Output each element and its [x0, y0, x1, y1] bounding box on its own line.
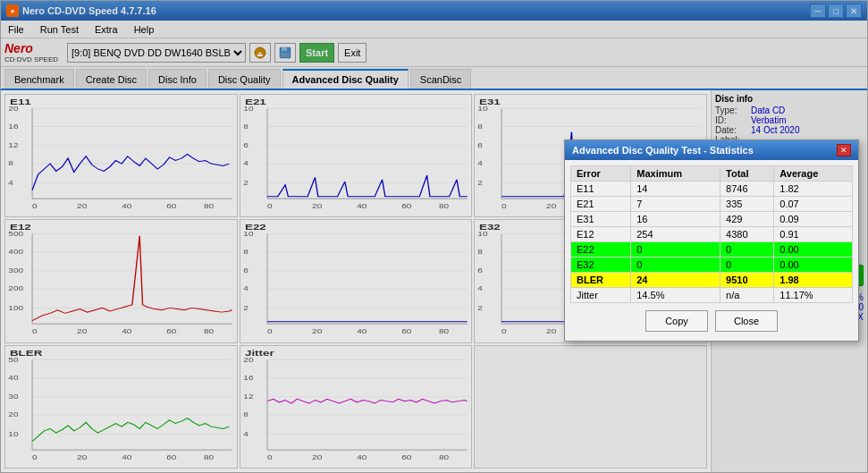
stats-jitter-total: n/a	[721, 288, 774, 303]
stats-e11-error: E11	[571, 182, 631, 197]
stats-e21-total: 335	[721, 197, 774, 212]
stats-e31-total: 429	[721, 212, 774, 227]
stats-row-e11: E111487461.82	[571, 182, 853, 197]
stats-row-e32: E32000.00	[571, 258, 853, 273]
stats-jitter-error: Jitter	[571, 288, 631, 303]
stats-e22-maximum: 0	[631, 242, 721, 258]
main-window: ● Nero CD-DVD Speed 4.7.7.16 ─ □ ✕ File …	[0, 0, 868, 473]
stats-e22-error: E22	[571, 242, 631, 258]
stats-bler-total: 9510	[721, 273, 774, 288]
stats-jitter-average: 11.17%	[774, 288, 853, 303]
stats-e22-total: 0	[721, 242, 774, 258]
stats-e31-maximum: 16	[631, 212, 721, 227]
modal-title-bar: Advanced Disc Quality Test - Statistics …	[565, 140, 858, 160]
stats-row-jitter: Jitter14.5%n/a11.17%	[571, 288, 853, 303]
stats-e12-error: E12	[571, 227, 631, 242]
stats-row-e21: E2173350.07	[571, 197, 853, 212]
stats-e11-total: 8746	[721, 182, 774, 197]
stats-e31-error: E31	[571, 212, 631, 227]
col-total: Total	[721, 166, 774, 182]
stats-e32-maximum: 0	[631, 258, 721, 273]
stats-row-e31: E31164290.09	[571, 212, 853, 227]
stats-e11-average: 1.82	[774, 182, 853, 197]
stats-bler-error: BLER	[571, 273, 631, 288]
stats-row-e22: E22000.00	[571, 242, 853, 258]
stats-table: Error Maximum Total Average E111487461.8…	[570, 165, 853, 303]
statistics-modal: Advanced Disc Quality Test - Statistics …	[564, 139, 859, 342]
stats-e31-average: 0.09	[774, 212, 853, 227]
stats-e32-average: 0.00	[774, 258, 853, 273]
col-average: Average	[774, 166, 853, 182]
stats-bler-maximum: 24	[631, 273, 721, 288]
modal-close-button[interactable]: ✕	[837, 144, 851, 156]
modal-overlay: Advanced Disc Quality Test - Statistics …	[1, 1, 867, 472]
stats-e12-maximum: 254	[631, 227, 721, 242]
stats-e22-average: 0.00	[774, 242, 853, 258]
col-error: Error	[571, 166, 631, 182]
stats-e21-maximum: 7	[631, 197, 721, 212]
stats-e32-error: E32	[571, 258, 631, 273]
stats-e12-average: 0.91	[774, 227, 853, 242]
stats-e12-total: 4380	[721, 227, 774, 242]
modal-close-btn-bottom[interactable]: Close	[715, 310, 778, 332]
modal-title-text: Advanced Disc Quality Test - Statistics	[572, 145, 754, 156]
col-maximum: Maximum	[631, 166, 721, 182]
copy-button[interactable]: Copy	[645, 310, 708, 332]
modal-body: Error Maximum Total Average E111487461.8…	[565, 160, 858, 341]
stats-row-bler: BLER2495101.98	[571, 273, 853, 288]
stats-e32-total: 0	[721, 258, 774, 273]
stats-e21-error: E21	[571, 197, 631, 212]
stats-e11-maximum: 14	[631, 182, 721, 197]
stats-row-e12: E1225443800.91	[571, 227, 853, 242]
stats-bler-average: 1.98	[774, 273, 853, 288]
stats-jitter-maximum: 14.5%	[631, 288, 721, 303]
modal-buttons: Copy Close	[570, 310, 853, 335]
stats-e21-average: 0.07	[774, 197, 853, 212]
